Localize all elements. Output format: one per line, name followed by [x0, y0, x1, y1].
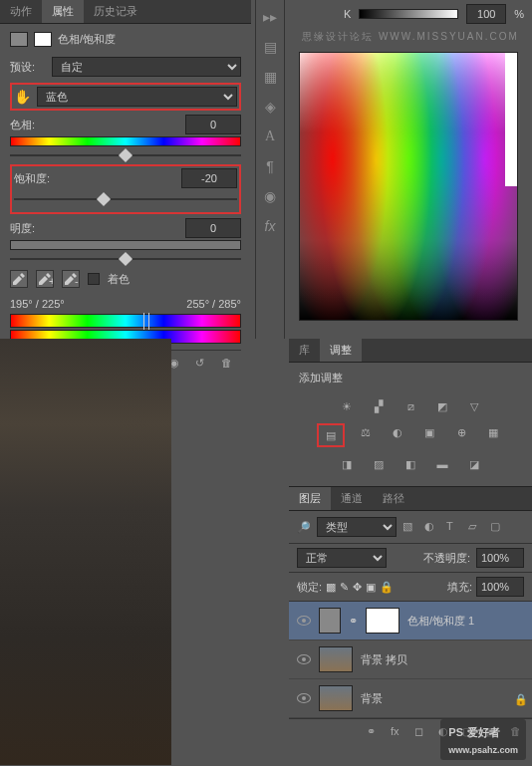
opacity-input[interactable]: [476, 548, 524, 568]
layer-thumb[interactable]: [319, 646, 353, 672]
layer-item-2[interactable]: 背景 🔒: [289, 679, 532, 718]
levels-icon[interactable]: ▞: [368, 397, 390, 415]
lock-paint-icon[interactable]: ✎: [340, 581, 349, 594]
color-range-highlight: ✋ 蓝色: [10, 83, 241, 111]
visibility-icon[interactable]: [297, 693, 311, 703]
filter-smart-icon[interactable]: ▢: [490, 520, 506, 534]
lightness-input[interactable]: [185, 218, 241, 238]
svg-text:+: +: [49, 275, 53, 287]
add-adjustment-label: 添加调整: [289, 363, 532, 393]
filter-pixel-icon[interactable]: ▧: [402, 520, 418, 534]
expand-icon[interactable]: ▸▸: [260, 8, 280, 26]
hue-slider[interactable]: [10, 154, 241, 156]
brightness-icon[interactable]: ☀: [336, 397, 358, 415]
saturation-label: 饱和度:: [14, 171, 50, 186]
channel-mixer-icon[interactable]: ⊕: [450, 423, 472, 441]
hue-sat-highlight: ▤: [317, 423, 345, 447]
adjustment-icon: [10, 32, 28, 47]
lock-position-icon[interactable]: ✥: [353, 581, 362, 594]
spectrum-top[interactable]: [10, 314, 241, 328]
tab-layers[interactable]: 图层: [289, 487, 331, 510]
range-left: 195° / 225°: [10, 298, 65, 310]
hand-icon[interactable]: ✋: [14, 89, 31, 105]
tab-properties[interactable]: 属性: [42, 0, 84, 23]
lightness-slider[interactable]: [10, 258, 241, 260]
gradient-map-icon[interactable]: ▬: [431, 455, 453, 473]
view-previous-icon[interactable]: ◉: [169, 357, 185, 371]
preset-select[interactable]: 自定: [52, 57, 241, 77]
lightness-label: 明度:: [10, 221, 35, 236]
tab-channels[interactable]: 通道: [331, 487, 373, 510]
lock-artboard-icon[interactable]: ▣: [366, 581, 376, 594]
tab-paths[interactable]: 路径: [373, 487, 414, 510]
layer-name[interactable]: 色相/饱和度 1: [407, 614, 474, 629]
lightness-gradient: [10, 240, 241, 250]
link-layers-icon[interactable]: ⚭: [367, 725, 383, 739]
trash-icon[interactable]: 🗑: [221, 357, 237, 371]
character-panel-icon[interactable]: A: [260, 128, 280, 145]
vibrance-icon[interactable]: ▽: [463, 397, 485, 415]
layer-item-1[interactable]: 背景 拷贝: [289, 640, 532, 679]
color-range-select[interactable]: 蓝色: [37, 87, 237, 107]
lock-all-icon[interactable]: 🔒: [380, 581, 394, 594]
filter-type-select[interactable]: 类型: [317, 517, 397, 537]
reset-icon[interactable]: ↺: [195, 357, 211, 371]
bw-icon[interactable]: ◐: [387, 423, 408, 441]
tab-library[interactable]: 库: [289, 339, 320, 362]
tab-history[interactable]: 历史记录: [84, 0, 147, 23]
hue-sat-icon[interactable]: ▤: [320, 426, 342, 444]
hue-input[interactable]: [185, 115, 241, 134]
history-panel-icon[interactable]: ▦: [260, 68, 280, 86]
search-icon[interactable]: 🔎: [297, 521, 311, 534]
filter-adjust-icon[interactable]: ◐: [424, 520, 440, 534]
preset-label: 预设:: [10, 60, 46, 75]
posterize-icon[interactable]: ▨: [368, 455, 390, 473]
color-lookup-icon[interactable]: ▦: [482, 423, 504, 441]
layer-thumb[interactable]: [319, 685, 353, 711]
photo-filter-icon[interactable]: ▣: [418, 423, 440, 441]
lock-icon: 🔒: [514, 693, 524, 703]
link-mask-icon[interactable]: ⚭: [349, 615, 358, 628]
saturation-slider[interactable]: [14, 198, 237, 200]
exposure-icon[interactable]: ◩: [431, 397, 453, 415]
lock-transparent-icon[interactable]: ▩: [326, 581, 336, 594]
color-balance-icon[interactable]: ⚖: [355, 423, 377, 441]
color-picker[interactable]: [299, 52, 518, 321]
blend-mode-select[interactable]: 正常: [297, 548, 387, 568]
styles-panel-icon[interactable]: ◉: [260, 187, 280, 205]
add-mask-icon[interactable]: ◻: [414, 725, 430, 739]
selective-color-icon[interactable]: ◪: [463, 455, 485, 473]
eyedropper-add-icon[interactable]: +: [36, 270, 54, 288]
invert-icon[interactable]: ◨: [336, 455, 358, 473]
watermark-logo: PS 爱好者 www.psahz.com: [440, 719, 526, 760]
layer-name[interactable]: 背景 拷贝: [361, 652, 407, 667]
saturation-input[interactable]: [181, 168, 237, 188]
eyedropper-subtract-icon[interactable]: -: [62, 270, 80, 288]
fill-input[interactable]: [476, 577, 524, 597]
colorize-checkbox[interactable]: [88, 273, 100, 285]
mask-thumb[interactable]: [366, 608, 399, 634]
tab-adjustments[interactable]: 调整: [320, 339, 362, 362]
threshold-icon[interactable]: ◧: [399, 455, 421, 473]
visibility-icon[interactable]: [297, 616, 311, 626]
canvas-preview[interactable]: [0, 339, 171, 765]
tab-actions[interactable]: 动作: [0, 0, 42, 23]
k-input[interactable]: [466, 4, 506, 24]
range-right: 255° / 285°: [186, 298, 241, 310]
filter-type-icon[interactable]: T: [446, 520, 462, 534]
colorize-label: 着色: [108, 272, 130, 287]
adjustment-thumb[interactable]: [319, 608, 341, 634]
k-slider[interactable]: [359, 9, 458, 19]
filter-shape-icon[interactable]: ▱: [468, 520, 484, 534]
curves-icon[interactable]: ⧄: [399, 397, 421, 415]
visibility-icon[interactable]: [297, 654, 311, 664]
paragraph-panel-icon[interactable]: ¶: [260, 157, 280, 175]
fx-panel-icon[interactable]: fx: [260, 217, 280, 235]
opacity-label: 不透明度:: [423, 551, 470, 566]
eyedropper-icon[interactable]: [10, 270, 28, 288]
layer-name[interactable]: 背景: [361, 691, 383, 706]
swatches-panel-icon[interactable]: ◈: [260, 98, 280, 116]
layer-item-0[interactable]: ⚭ 色相/饱和度 1: [289, 602, 532, 640]
brush-panel-icon[interactable]: ▤: [260, 38, 280, 56]
fx-icon[interactable]: fx: [391, 725, 406, 739]
